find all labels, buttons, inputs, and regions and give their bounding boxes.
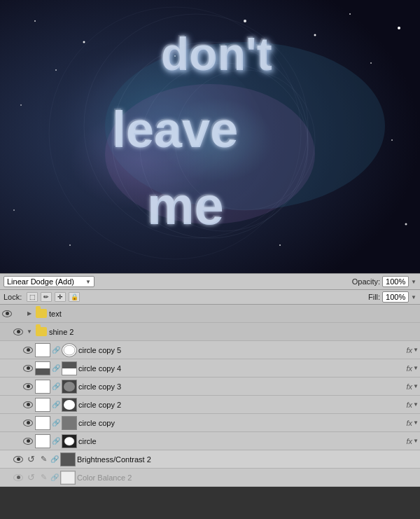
adj-icon-brush-cb2[interactable]: ✎	[38, 472, 49, 483]
panel-topbar: Linear Dodge (Add) ▼ Opacity: 100% ▼	[0, 274, 420, 290]
fx-badge-circle-copy3: fx ▼	[407, 382, 419, 391]
fill-group: Fill: 100% ▼	[368, 291, 416, 303]
layer-thumb-circle-copy5	[35, 343, 50, 357]
visibility-icon-circle[interactable]	[22, 436, 34, 447]
layer-mask-circle-copy4	[62, 361, 77, 375]
layer-name-brightness-contrast2: Brightness/Contrast 2	[77, 455, 419, 464]
visibility-icon-circle-copy2[interactable]	[22, 399, 34, 410]
svg-rect-35	[36, 368, 50, 375]
layer-row-shine2-group[interactable]: ▼ shine 2	[0, 323, 420, 341]
layer-thumb-circle-copy	[35, 416, 50, 430]
visibility-icon-circle-copy3[interactable]	[22, 381, 34, 392]
layer-row-color-balance2[interactable]: ↺ ✎ 🔗 Color Balance 2	[0, 469, 420, 487]
svg-point-43	[64, 400, 75, 410]
svg-point-12	[391, 139, 393, 141]
fill-arrow[interactable]: ▼	[411, 294, 416, 300]
layer-row-brightness-contrast2[interactable]: ↺ ✎ 🔗 Brightness/Contrast 2	[0, 450, 420, 469]
svg-point-13	[405, 223, 407, 226]
blend-mode-arrow: ▼	[85, 279, 91, 285]
layer-mask-circle-copy3	[62, 380, 77, 394]
svg-point-14	[13, 209, 15, 211]
layer-mask-circle-copy	[62, 416, 77, 430]
lock-position-icon[interactable]: ✛	[55, 292, 66, 302]
lock-transparency-icon[interactable]: ⬚	[27, 292, 38, 302]
expand-arrow-text-group[interactable]: ▶	[25, 310, 34, 318]
eye-brightness-contrast2	[13, 456, 23, 463]
eye-circle-copy2	[23, 401, 33, 408]
link-icon-circle-copy5: 🔗	[52, 344, 60, 357]
lock-all-icon[interactable]: 🔒	[69, 292, 80, 302]
eye-circle-copy	[23, 420, 33, 427]
layer-row-circle-copy3[interactable]: 🔗 circle copy 3 fx ▼	[0, 378, 420, 396]
link-icon-bc2: 🔗	[50, 453, 59, 466]
blend-mode-select[interactable]: Linear Dodge (Add) ▼	[4, 276, 94, 287]
svg-text:me: me	[146, 174, 223, 234]
svg-text:don't: don't	[160, 27, 271, 78]
fx-badge-circle-copy: fx ▼	[407, 419, 419, 427]
opacity-arrow[interactable]: ▼	[411, 279, 416, 285]
svg-rect-36	[62, 362, 76, 368]
eye-shine2	[13, 328, 23, 335]
visibility-icon-circle-copy[interactable]	[22, 417, 34, 429]
folder-icon-shine2	[35, 326, 48, 338]
fx-badge-circle-copy4: fx ▼	[407, 364, 419, 373]
svg-text:leave: leave	[111, 100, 237, 156]
svg-point-10	[398, 27, 400, 29]
eye-circle-copy5	[23, 347, 33, 354]
link-icon-circle-copy3: 🔗	[52, 380, 60, 393]
visibility-icon-color-balance2[interactable]	[13, 472, 24, 483]
layer-name-shine2: shine 2	[49, 328, 419, 336]
svg-rect-32	[36, 344, 50, 357]
svg-rect-50	[61, 471, 75, 484]
layer-mask-circle-copy5	[62, 343, 77, 357]
layer-mask-circle-copy2	[62, 398, 77, 412]
eye-circle-copy4	[23, 365, 33, 372]
visibility-icon-brightness-contrast2[interactable]	[13, 454, 24, 465]
svg-point-17	[244, 20, 246, 22]
lock-image-icon[interactable]: ✏	[41, 292, 52, 302]
folder-shape-shine2	[36, 327, 47, 336]
svg-rect-46	[36, 435, 50, 448]
visibility-icon-circle-copy4[interactable]	[22, 363, 34, 374]
layer-thumb-circle-copy4	[35, 361, 50, 375]
blend-mode-value: Linear Dodge (Add)	[7, 277, 74, 286]
layer-row-circle-copy5[interactable]: 🔗 circle copy 5 fx ▼	[0, 341, 420, 359]
svg-point-40	[64, 382, 75, 392]
layer-name-text-group: text	[49, 310, 419, 318]
svg-point-5	[83, 41, 85, 43]
svg-rect-41	[36, 399, 50, 411]
svg-point-7	[349, 13, 351, 15]
svg-rect-34	[36, 362, 50, 368]
layer-row-circle[interactable]: 🔗 circle fx ▼	[0, 432, 420, 450]
adj-icon-refresh-bc2[interactable]: ↺	[25, 454, 36, 465]
adj-icon-refresh-cb2[interactable]: ↺	[25, 472, 36, 483]
eye-circle-copy3	[23, 383, 33, 390]
visibility-icon-shine2[interactable]	[13, 326, 24, 338]
eye-circle	[23, 438, 33, 445]
opacity-input[interactable]: 100%	[382, 276, 409, 287]
lock-label: Lock:	[4, 293, 22, 301]
visibility-icon-circle-copy5[interactable]	[22, 345, 34, 356]
layer-mask-bc2	[60, 452, 76, 466]
layer-name-circle-copy: circle copy	[78, 419, 405, 427]
expand-arrow-shine2[interactable]: ▼	[25, 328, 34, 336]
layer-thumb-circle-copy3	[35, 380, 50, 394]
svg-point-33	[64, 345, 75, 355]
layer-name-circle-copy4: circle copy 4	[78, 364, 405, 373]
eye-text-group	[2, 310, 12, 317]
svg-rect-49	[61, 453, 75, 466]
fill-input[interactable]: 100%	[382, 291, 409, 303]
layer-row-circle-copy[interactable]: 🔗 circle copy fx ▼	[0, 414, 420, 432]
svg-point-8	[314, 34, 316, 36]
svg-rect-37	[62, 368, 76, 375]
svg-point-9	[370, 62, 372, 64]
layer-row-circle-copy4[interactable]: 🔗 circle copy 4 fx ▼	[0, 359, 420, 378]
adj-icon-brush-bc2[interactable]: ✎	[38, 454, 49, 465]
layer-row-text-group[interactable]: ▶ text	[0, 305, 420, 323]
layer-mask-cb2	[60, 471, 76, 485]
svg-point-11	[20, 104, 22, 106]
visibility-icon-text-group[interactable]	[1, 308, 13, 319]
fx-badge-circle: fx ▼	[407, 437, 419, 445]
svg-point-4	[34, 20, 36, 22]
layer-row-circle-copy2[interactable]: 🔗 circle copy 2 fx ▼	[0, 396, 420, 414]
